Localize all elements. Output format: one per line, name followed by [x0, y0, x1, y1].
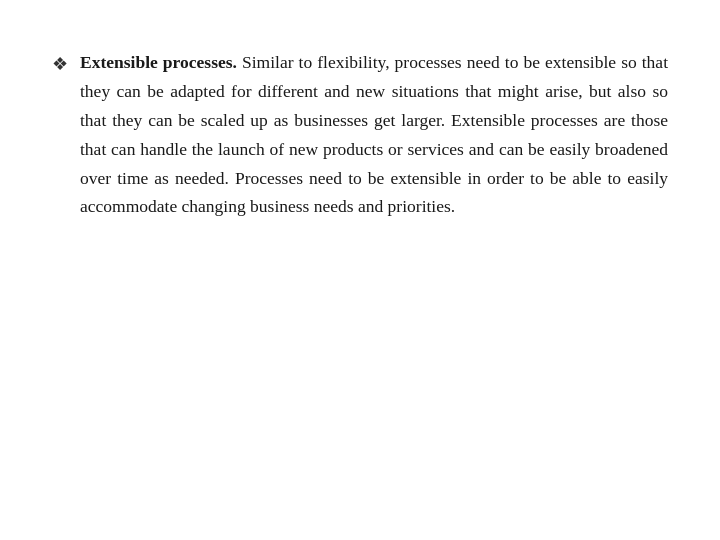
- bullet-diamond-icon: ❖: [52, 50, 68, 79]
- content-text: Extensible processes. Similar to flexibi…: [80, 48, 668, 221]
- bold-phrase: Extensible processes.: [80, 52, 237, 72]
- body-text: Similar to flexibility, processes need t…: [80, 52, 668, 216]
- page: ❖ Extensible processes. Similar to flexi…: [0, 0, 720, 540]
- bullet-item: ❖ Extensible processes. Similar to flexi…: [52, 48, 668, 221]
